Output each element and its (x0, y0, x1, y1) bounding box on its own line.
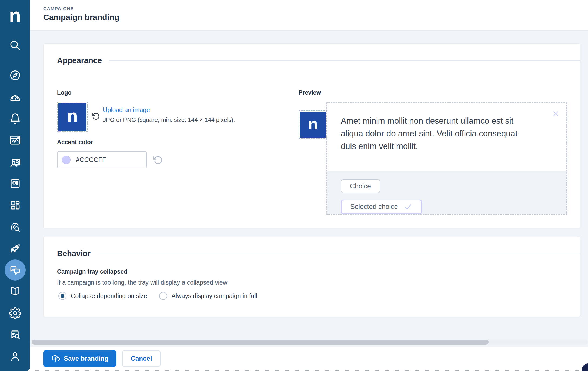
sidebar-item-notifications[interactable] (5, 108, 26, 129)
sidebar-item-identify[interactable] (5, 217, 26, 238)
sidebar-item-settings[interactable] (5, 303, 26, 324)
layout-blocks-icon (9, 199, 21, 211)
app-root: n (0, 0, 588, 371)
cancel-button[interactable]: Cancel (122, 350, 161, 367)
chat-search-icon (9, 329, 21, 341)
accent-color-label: Accent color (57, 139, 93, 146)
rocket-icon (9, 242, 21, 255)
sidebar-item-analytics[interactable] (5, 130, 26, 151)
preview-message: Amet minim mollit non deserunt ullamco e… (341, 114, 530, 153)
preview-logo-image: n (300, 112, 326, 138)
logo-preview[interactable]: n (57, 102, 88, 132)
preview-logo[interactable]: n (299, 110, 327, 139)
sidebar-item-discover[interactable] (5, 65, 26, 86)
preview-choices-panel: Choice Selected choice (327, 171, 566, 214)
behavior-card: Behavior Campaign tray collapsed If a ca… (43, 237, 580, 317)
sidebar-item-search[interactable] (5, 35, 26, 56)
campaign-tray-description: If a campaign is too long, the tray will… (57, 279, 227, 286)
profile-icon (9, 350, 21, 363)
sidebar-item-library[interactable] (5, 281, 26, 302)
corner-element-peek (582, 363, 588, 371)
sidebar-item-audience[interactable] (5, 153, 26, 174)
save-branding-label: Save branding (64, 355, 108, 362)
section-title-behavior: Behavior (57, 249, 91, 258)
radio-unselected-icon[interactable] (159, 292, 167, 300)
sidebar-item-profile[interactable] (5, 346, 26, 367)
chat-bubbles-icon (9, 264, 21, 276)
sidebar-item-conversation-search[interactable] (5, 324, 26, 345)
sidebar-item-dashboard[interactable] (5, 87, 26, 108)
upload-cloud-icon (51, 354, 60, 363)
sidebar-item-apps[interactable] (5, 173, 26, 194)
user-search-icon (9, 157, 21, 169)
appearance-card: Appearance Logo n Upload an image JPG or… (43, 43, 580, 228)
radio-selected-icon[interactable] (58, 292, 66, 300)
radio-always-display-in-full[interactable]: Always display campaign in full (159, 292, 257, 300)
logo-image: n (58, 103, 86, 131)
footer-bar: Save branding Cancel (30, 347, 588, 371)
radio-collapse-depending-on-size[interactable]: Collapse depending on size (58, 292, 147, 300)
sidebar: n (0, 0, 30, 371)
reset-accent-icon[interactable] (153, 155, 163, 166)
accent-color-input[interactable]: #CCCCFF (57, 151, 147, 168)
sidebar-item-campaigns[interactable] (5, 259, 26, 281)
sidebar-item-launch[interactable] (5, 238, 26, 259)
book-icon (9, 285, 21, 298)
section-title-appearance: Appearance (57, 56, 102, 65)
page-title: Campaign branding (43, 13, 119, 22)
reset-logo-icon[interactable] (92, 112, 100, 122)
upload-image-link[interactable]: Upload an image (103, 106, 235, 114)
selected-choice-label: Selected choice (350, 203, 398, 211)
analytics-window-icon (9, 134, 21, 146)
breadcrumb: CAMPAIGNS (43, 6, 74, 12)
page-header: CAMPAIGNS Campaign branding (30, 0, 588, 31)
bell-icon (9, 113, 21, 125)
brand-logo[interactable]: n (0, 4, 30, 26)
gauge-icon (9, 91, 21, 103)
campaign-tray-label: Campaign tray collapsed (57, 268, 127, 275)
content-area: Appearance Logo n Upload an image JPG or… (30, 31, 588, 347)
gear-icon (9, 307, 21, 319)
radio-label: Always display campaign in full (172, 292, 257, 300)
accent-color-value: #CCCCFF (76, 156, 106, 164)
save-branding-button[interactable]: Save branding (43, 350, 116, 367)
fingerprint-search-icon (9, 221, 21, 233)
color-swatch-icon[interactable] (62, 156, 71, 164)
compass-icon (9, 69, 21, 82)
preview-label: Preview (299, 89, 321, 96)
preview-message-panel: Amet minim mollit non deserunt ullamco e… (327, 103, 566, 171)
sidebar-item-layouts[interactable] (5, 195, 26, 216)
grid-blocks-icon (9, 177, 21, 190)
horizontal-scrollbar-thumb[interactable] (32, 340, 489, 345)
horizontal-scrollbar-track[interactable] (30, 340, 588, 345)
campaign-preview-box: Amet minim mollit non deserunt ullamco e… (326, 102, 567, 215)
close-icon[interactable] (552, 110, 559, 118)
choice-button[interactable]: Choice (341, 179, 380, 193)
campaign-tray-options: Collapse depending on size Always displa… (58, 292, 257, 300)
upload-hint: JPG or PNG (square; min. size: 144 × 144… (103, 116, 235, 123)
search-icon (9, 39, 21, 52)
checkmark-icon (403, 203, 413, 211)
section-divider (109, 60, 580, 61)
radio-label: Collapse depending on size (71, 292, 147, 300)
preview-stage: n Amet minim mollit non deserunt ullamco… (299, 102, 567, 215)
selected-choice-button[interactable]: Selected choice (341, 200, 422, 214)
section-divider (98, 254, 580, 254)
logo-label: Logo (57, 89, 72, 96)
